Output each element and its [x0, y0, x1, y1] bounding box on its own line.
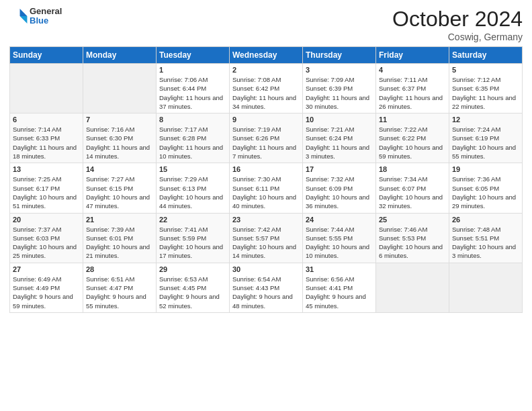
day-info: Sunrise: 7:36 AMSunset: 6:05 PMDaylight:… — [452, 175, 519, 210]
day-number: 1 — [159, 66, 226, 74]
calendar-cell: 1Sunrise: 7:06 AMSunset: 6:44 PMDaylight… — [157, 64, 230, 113]
day-info: Sunrise: 7:11 AMSunset: 6:37 PMDaylight:… — [379, 75, 446, 111]
day-number: 23 — [232, 216, 300, 224]
day-info: Sunrise: 6:51 AMSunset: 4:47 PMDaylight:… — [86, 275, 153, 310]
logo: General Blue — [9, 7, 62, 26]
header-row: Sunday Monday Tuesday Wednesday Thursday… — [10, 47, 523, 64]
col-saturday: Saturday — [449, 47, 523, 64]
day-number: 3 — [306, 66, 373, 74]
day-number: 27 — [13, 265, 80, 273]
day-info: Sunrise: 7:09 AMSunset: 6:39 PMDaylight:… — [306, 75, 373, 111]
calendar-cell: 26Sunrise: 7:48 AMSunset: 5:51 PMDayligh… — [449, 213, 523, 263]
col-tuesday: Tuesday — [157, 47, 230, 64]
calendar-cell: 13Sunrise: 7:25 AMSunset: 6:17 PMDayligh… — [10, 163, 83, 213]
calendar-cell: 14Sunrise: 7:27 AMSunset: 6:15 PMDayligh… — [83, 163, 157, 213]
day-info: Sunrise: 7:32 AMSunset: 6:09 PMDaylight:… — [306, 175, 373, 210]
calendar-cell: 23Sunrise: 7:42 AMSunset: 5:57 PMDayligh… — [230, 213, 303, 263]
calendar-cell: 22Sunrise: 7:41 AMSunset: 5:59 PMDayligh… — [157, 213, 230, 263]
day-number: 2 — [232, 66, 300, 74]
day-info: Sunrise: 7:44 AMSunset: 5:55 PMDaylight:… — [306, 225, 373, 261]
day-number: 17 — [306, 165, 373, 173]
day-number: 5 — [452, 66, 519, 74]
calendar-cell — [376, 263, 449, 312]
calendar-week-5: 27Sunrise: 6:49 AMSunset: 4:49 PMDayligh… — [10, 263, 523, 312]
day-number: 4 — [379, 66, 446, 74]
day-info: Sunrise: 7:17 AMSunset: 6:28 PMDaylight:… — [159, 125, 226, 161]
calendar-cell: 21Sunrise: 7:39 AMSunset: 6:01 PMDayligh… — [83, 213, 157, 263]
calendar-cell: 28Sunrise: 6:51 AMSunset: 4:47 PMDayligh… — [83, 263, 157, 312]
day-number: 15 — [159, 165, 226, 173]
calendar-table: Sunday Monday Tuesday Wednesday Thursday… — [9, 46, 523, 313]
day-info: Sunrise: 6:54 AMSunset: 4:43 PMDaylight:… — [232, 275, 300, 310]
calendar-week-2: 6Sunrise: 7:14 AMSunset: 6:33 PMDaylight… — [10, 113, 523, 163]
day-number: 13 — [13, 165, 80, 173]
calendar-cell: 31Sunrise: 6:56 AMSunset: 4:41 PMDayligh… — [303, 263, 376, 312]
calendar-cell: 12Sunrise: 7:24 AMSunset: 6:19 PMDayligh… — [449, 113, 523, 163]
day-info: Sunrise: 7:19 AMSunset: 6:26 PMDaylight:… — [232, 125, 300, 161]
page-container: General Blue October 2024 Coswig, German… — [0, 0, 532, 320]
logo-text: General Blue — [30, 7, 62, 26]
col-sunday: Sunday — [10, 47, 83, 64]
calendar-cell: 16Sunrise: 7:30 AMSunset: 6:11 PMDayligh… — [230, 163, 303, 213]
calendar-cell: 2Sunrise: 7:08 AMSunset: 6:42 PMDaylight… — [230, 64, 303, 113]
calendar-cell: 30Sunrise: 6:54 AMSunset: 4:43 PMDayligh… — [230, 263, 303, 312]
month-title: October 2024 — [392, 7, 523, 32]
day-number: 22 — [159, 216, 226, 224]
day-info: Sunrise: 7:39 AMSunset: 6:01 PMDaylight:… — [86, 225, 153, 261]
logo-general: General — [30, 7, 62, 16]
calendar-cell: 18Sunrise: 7:34 AMSunset: 6:07 PMDayligh… — [376, 163, 449, 213]
day-info: Sunrise: 7:06 AMSunset: 6:44 PMDaylight:… — [159, 75, 226, 111]
day-info: Sunrise: 7:46 AMSunset: 5:53 PMDaylight:… — [379, 225, 446, 261]
day-info: Sunrise: 7:25 AMSunset: 6:17 PMDaylight:… — [13, 175, 80, 210]
col-friday: Friday — [376, 47, 449, 64]
calendar-week-3: 13Sunrise: 7:25 AMSunset: 6:17 PMDayligh… — [10, 163, 523, 213]
col-monday: Monday — [83, 47, 157, 64]
calendar-cell: 6Sunrise: 7:14 AMSunset: 6:33 PMDaylight… — [10, 113, 83, 163]
calendar-cell — [449, 263, 523, 312]
day-info: Sunrise: 7:42 AMSunset: 5:57 PMDaylight:… — [232, 225, 300, 261]
day-number: 14 — [86, 165, 153, 173]
calendar-cell — [10, 64, 83, 113]
day-number: 6 — [13, 116, 80, 124]
day-number: 7 — [86, 116, 153, 124]
day-number: 24 — [306, 216, 373, 224]
calendar-cell: 7Sunrise: 7:16 AMSunset: 6:30 PMDaylight… — [83, 113, 157, 163]
logo-icon — [9, 7, 28, 26]
title-block: October 2024 Coswig, Germany — [392, 7, 523, 42]
day-number: 25 — [379, 216, 446, 224]
day-number: 11 — [379, 116, 446, 124]
calendar-cell: 15Sunrise: 7:29 AMSunset: 6:13 PMDayligh… — [157, 163, 230, 213]
day-number: 21 — [86, 216, 153, 224]
day-info: Sunrise: 7:22 AMSunset: 6:22 PMDaylight:… — [379, 125, 446, 161]
day-info: Sunrise: 7:37 AMSunset: 6:03 PMDaylight:… — [13, 225, 80, 261]
day-number: 20 — [13, 216, 80, 224]
calendar-cell: 10Sunrise: 7:21 AMSunset: 6:24 PMDayligh… — [303, 113, 376, 163]
col-thursday: Thursday — [303, 47, 376, 64]
calendar-cell: 27Sunrise: 6:49 AMSunset: 4:49 PMDayligh… — [10, 263, 83, 312]
calendar-cell — [83, 64, 157, 113]
day-info: Sunrise: 7:16 AMSunset: 6:30 PMDaylight:… — [86, 125, 153, 161]
day-info: Sunrise: 7:30 AMSunset: 6:11 PMDaylight:… — [232, 175, 300, 210]
day-number: 19 — [452, 165, 519, 173]
calendar-cell: 25Sunrise: 7:46 AMSunset: 5:53 PMDayligh… — [376, 213, 449, 263]
calendar-cell: 17Sunrise: 7:32 AMSunset: 6:09 PMDayligh… — [303, 163, 376, 213]
day-number: 12 — [452, 116, 519, 124]
day-info: Sunrise: 7:41 AMSunset: 5:59 PMDaylight:… — [159, 225, 226, 261]
day-number: 30 — [232, 265, 300, 273]
day-info: Sunrise: 6:56 AMSunset: 4:41 PMDaylight:… — [306, 275, 373, 310]
page-header: General Blue October 2024 Coswig, German… — [9, 7, 523, 42]
calendar-week-1: 1Sunrise: 7:06 AMSunset: 6:44 PMDaylight… — [10, 64, 523, 113]
day-info: Sunrise: 7:48 AMSunset: 5:51 PMDaylight:… — [452, 225, 519, 261]
day-number: 31 — [306, 265, 373, 273]
calendar-cell: 11Sunrise: 7:22 AMSunset: 6:22 PMDayligh… — [376, 113, 449, 163]
day-info: Sunrise: 7:12 AMSunset: 6:35 PMDaylight:… — [452, 75, 519, 111]
day-info: Sunrise: 7:24 AMSunset: 6:19 PMDaylight:… — [452, 125, 519, 161]
calendar-week-4: 20Sunrise: 7:37 AMSunset: 6:03 PMDayligh… — [10, 213, 523, 263]
calendar-cell: 24Sunrise: 7:44 AMSunset: 5:55 PMDayligh… — [303, 213, 376, 263]
calendar-cell: 8Sunrise: 7:17 AMSunset: 6:28 PMDaylight… — [157, 113, 230, 163]
day-number: 18 — [379, 165, 446, 173]
logo-blue: Blue — [30, 16, 62, 26]
location: Coswig, Germany — [392, 32, 523, 42]
day-info: Sunrise: 7:27 AMSunset: 6:15 PMDaylight:… — [86, 175, 153, 210]
day-number: 29 — [159, 265, 226, 273]
